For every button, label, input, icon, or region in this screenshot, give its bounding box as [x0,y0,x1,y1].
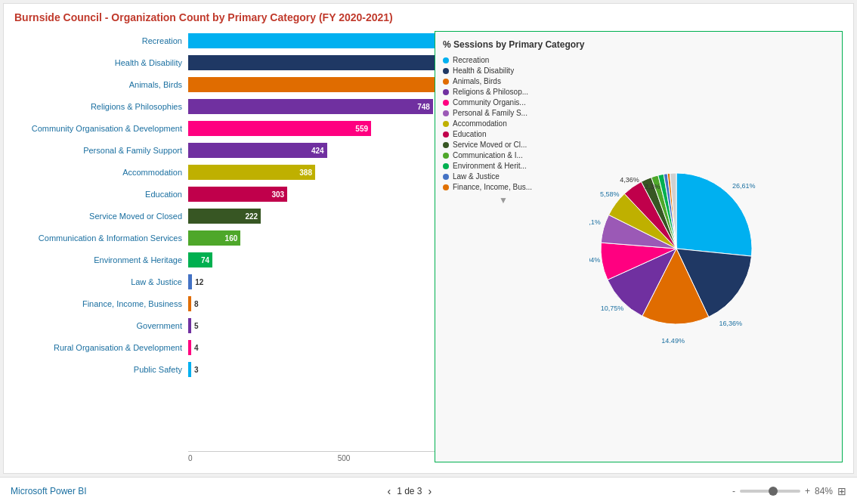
pie-content: RecreationHealth & DisabilityAnimals, Bi… [443,56,834,448]
legend-scroll-down-icon[interactable]: ▼ [443,195,564,206]
bar-value-label: 74 [201,256,209,264]
zoom-minus[interactable]: - [732,486,735,496]
bar-label: Religions & Philosophies [14,102,188,111]
pie-label: 4,36% [620,175,639,183]
next-page-button[interactable]: › [428,485,432,497]
legend-dot [443,121,449,127]
legend-dot [443,110,449,116]
pie-label: 6,1% [589,218,601,226]
legend-label: Recreation [453,56,489,64]
bar-value-label-outside: 4 [194,344,199,352]
bar-value-label: 424 [311,147,324,155]
bar-label: Recreation [14,36,188,45]
bar-value-label: 222 [245,212,258,221]
bar-fill[interactable]: 160 [188,230,240,246]
legend-dot [443,57,449,63]
fit-page-icon[interactable]: ⊞ [837,485,846,497]
pie-svg-container: 26,61%16,36%14,49%10,75%8,04%6,1%5,58%4,… [571,56,834,448]
pie-panel-title: % Sessions by Primary Category [443,39,834,50]
bar-label: Communication & Information Services [14,233,188,243]
pie-label: 8,04% [589,255,600,263]
bar-fill[interactable] [188,318,191,333]
bar-label: Rural Organisation & Development [14,343,188,352]
legend-item[interactable]: Service Moved or Cl... [443,141,564,149]
bar-fill[interactable]: 74 [188,252,212,267]
legend-item[interactable]: Finance, Income, Bus... [443,183,564,191]
pie-label: 14,49% [661,336,685,342]
bar-label: Personal & Family Support [14,146,188,155]
legend-label: Health & Disability [453,66,514,75]
legend-item[interactable]: Recreation [443,56,564,64]
pie-svg: 26,61%16,36%14,49%10,75%8,04%6,1%5,58%4,… [589,162,816,343]
legend-label: Accommodation [453,119,507,128]
bar-label: Education [14,190,188,199]
bar-fill[interactable] [188,296,191,311]
legend-item[interactable]: Health & Disability [443,66,564,75]
legend-label: Communication & I... [453,151,523,159]
legend-item[interactable]: Religions & Philosop... [443,88,564,96]
bar-label: Animals, Birds [14,80,188,89]
bar-fill[interactable]: 303 [188,187,287,202]
legend-dot [443,89,449,95]
legend-dot [443,100,449,106]
bar-label: Service Moved or Closed [14,212,188,221]
bar-value-label-outside: 5 [194,322,199,330]
bar-label: Government [14,321,188,330]
pie-panel: % Sessions by Primary Category Recreatio… [435,31,843,462]
legend-label: Community Organis... [453,98,526,107]
power-bi-brand[interactable]: Microsoft Power BI [11,486,87,496]
bar-fill[interactable]: 388 [188,165,315,180]
bar-label: Health & Disability [14,58,188,67]
zoom-plus[interactable]: + [805,486,810,496]
bar-value-label-outside: 12 [195,278,203,286]
bar-fill[interactable] [188,340,191,355]
legend-item[interactable]: Animals, Birds [443,77,564,85]
bar-fill[interactable]: 424 [188,143,327,158]
bar-value-label: 748 [417,103,430,111]
legend-dot [443,68,449,74]
zoom-bar[interactable] [740,490,800,493]
legend-dot [443,163,449,169]
footer: Microsoft Power BI ‹ 1 de 3 › - + 84% ⊞ [0,477,857,504]
bar-fill[interactable] [188,362,191,377]
bar-label: Community Organisation & Development [14,124,188,133]
charts-wrapper: Recreation1851Health & Disability1138Ani… [14,31,843,462]
legend-label: Animals, Birds [453,77,501,85]
bar-fill[interactable]: 222 [188,209,261,224]
pie-label: 10,75% [601,304,624,311]
bar-value-label-outside: 8 [194,300,199,308]
legend-label: Religions & Philosop... [453,88,528,96]
legend-item[interactable]: Personal & Family S... [443,109,564,117]
legend-dot [443,131,449,138]
pie-label: 26,61% [732,181,756,189]
page-info: 1 de 3 [397,486,422,496]
legend-dot [443,174,449,180]
zoom-level: 84% [815,486,833,496]
bar-fill[interactable]: 559 [188,121,371,136]
main-container: Burnside Council - Organization Count by… [3,3,854,474]
legend-label: Education [453,130,486,138]
legend-label: Personal & Family S... [453,109,528,117]
legend-label: Law & Justice [453,172,500,181]
pie-label: 2,3% [645,183,661,190]
footer-right: - + 84% ⊞ [732,485,846,497]
bar-label: Environment & Heritage [14,255,188,264]
legend-item[interactable]: Environment & Herit... [443,162,564,170]
legend-dot [443,153,449,159]
legend-dot [443,79,449,85]
chart-title: Burnside Council - Organization Count by… [14,11,843,23]
bar-fill[interactable] [188,274,192,289]
pie-label: 5,58% [600,190,620,198]
legend-item[interactable]: Community Organis... [443,98,564,107]
legend-label: Finance, Income, Bus... [453,183,532,191]
legend-item[interactable]: Communication & I... [443,151,564,159]
page-navigation: ‹ 1 de 3 › [387,485,432,497]
legend-item[interactable]: Accommodation [443,119,564,128]
legend-dot [443,184,449,190]
prev-page-button[interactable]: ‹ [387,485,391,497]
legend-item[interactable]: Law & Justice [443,172,564,181]
bar-fill[interactable]: 748 [188,99,433,114]
legend-item[interactable]: Education [443,130,564,138]
legend-label: Environment & Herit... [453,162,527,170]
bar-value-label: 388 [299,169,312,177]
